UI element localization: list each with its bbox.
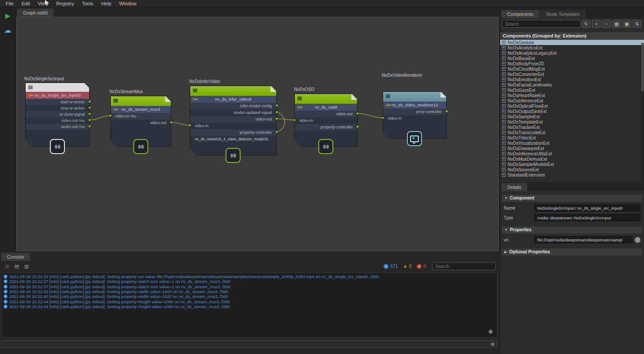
info-icon[interactable]: i bbox=[384, 264, 388, 269]
port-row[interactable]: prop-controller bbox=[383, 109, 446, 115]
node-instance-bar[interactable]: nv_ds_infer_video6 bbox=[190, 96, 276, 103]
expand-icon[interactable]: + bbox=[502, 41, 506, 45]
node-nvdsinfervideo[interactable]: nv_ds_infer_video6 infer-model-config mo… bbox=[190, 86, 277, 155]
clear-console-button[interactable]: ⊘ bbox=[4, 263, 11, 270]
console-log[interactable]: i2021-09-29 10:22:34 [Info] [carb.python… bbox=[1, 272, 497, 338]
expand-icon[interactable]: + bbox=[502, 141, 506, 145]
uri-field[interactable]: file:///opt/nvidia/deepstream/deepstream… bbox=[535, 236, 633, 243]
node-menu-icon[interactable] bbox=[113, 99, 118, 100]
menu-view[interactable]: View bbox=[34, 0, 53, 7]
port-row[interactable]: video-in bbox=[383, 115, 446, 122]
component-list-item[interactable]: +NvDsAnalyticsExt bbox=[500, 45, 644, 50]
port-dot[interactable] bbox=[109, 114, 112, 117]
expand-icon[interactable]: + bbox=[502, 168, 506, 172]
port-dot[interactable] bbox=[188, 124, 192, 127]
component-list-item[interactable]: +NvDsInferenceExt bbox=[500, 98, 644, 103]
port-row[interactable]: audio-out-%u bbox=[26, 124, 89, 130]
component-list-item[interactable]: +NvDsTemplateExt bbox=[500, 119, 644, 124]
component-list-item[interactable]: +NvDsTritonExt bbox=[500, 135, 644, 140]
node-header[interactable] bbox=[383, 92, 446, 102]
refresh-icon[interactable]: ↻ bbox=[582, 20, 591, 28]
port-dot[interactable] bbox=[275, 131, 279, 134]
expand-all-icon[interactable]: + bbox=[592, 20, 601, 28]
port-row[interactable]: infer-model-config bbox=[190, 103, 276, 109]
cloud-sync-button[interactable]: ☁ bbox=[2, 24, 14, 36]
component-list-item[interactable]: +NvDsSampleModelsExt bbox=[500, 162, 644, 167]
component-list-item[interactable]: +NvDsTranscodeExt bbox=[500, 130, 644, 135]
uri-browse-button[interactable] bbox=[635, 237, 640, 243]
node-io-badge[interactable]: ((o)) bbox=[133, 139, 148, 154]
menu-registry[interactable]: Registry bbox=[52, 0, 78, 7]
node-menu-icon[interactable] bbox=[193, 89, 197, 90]
fit-view-icon[interactable]: ▣ bbox=[622, 20, 631, 28]
expand-icon[interactable]: + bbox=[502, 104, 506, 108]
node-instance-bar[interactable]: nv_ds_stream_mux3 bbox=[111, 106, 171, 113]
expand-icon[interactable]: + bbox=[502, 152, 506, 156]
expand-icon[interactable]: + bbox=[502, 99, 506, 103]
expand-icon[interactable]: + bbox=[502, 88, 506, 92]
port-row[interactable]: video-out-%u bbox=[26, 117, 89, 124]
name-field[interactable]: NvDsSingleSrcInput / nv_ds_single_src_in… bbox=[535, 204, 640, 211]
port-row[interactable]: property-controller bbox=[295, 124, 357, 131]
sort-icon[interactable]: ⇅ bbox=[633, 20, 641, 28]
expand-icon[interactable]: + bbox=[502, 173, 506, 177]
collapse-all-icon[interactable]: − bbox=[602, 20, 611, 28]
expand-icon[interactable]: + bbox=[502, 51, 506, 55]
component-list-item[interactable]: +NvDsEmotionExt bbox=[500, 77, 644, 82]
expand-icon[interactable]: + bbox=[502, 78, 506, 82]
port-dot[interactable] bbox=[293, 119, 296, 122]
menu-file[interactable]: File bbox=[2, 0, 18, 7]
component-list-item[interactable]: +NvDsGesture bbox=[500, 40, 644, 45]
expand-icon[interactable]: + bbox=[502, 67, 506, 71]
node-nvdsosd[interactable]: nv_ds_osd9 video-out video-in property-c… bbox=[294, 94, 358, 147]
component-list-item[interactable]: +NvDsConverterExt bbox=[500, 72, 644, 77]
port-row[interactable]: stop-sr-action bbox=[26, 105, 89, 111]
details-tab[interactable]: Details bbox=[501, 183, 527, 191]
expand-icon[interactable]: + bbox=[502, 125, 506, 129]
expand-icon[interactable]: + bbox=[502, 109, 506, 113]
expand-icon[interactable]: + bbox=[502, 131, 506, 135]
group-view-icon[interactable]: ▦ bbox=[612, 20, 621, 28]
subcomponent-row[interactable]: nv_ds_resnet10_4_class_detector_model15 bbox=[190, 136, 276, 143]
component-list-item[interactable]: +NvDsMuxDemuxExt bbox=[500, 156, 644, 162]
port-dot[interactable] bbox=[381, 117, 384, 120]
port-row[interactable]: property-controller bbox=[190, 129, 276, 136]
console-search-input[interactable] bbox=[432, 262, 496, 270]
expand-icon[interactable]: + bbox=[502, 147, 506, 151]
graph-canvas[interactable]: NvDsSingleSrcInput nv_ds_single_src_inpu… bbox=[16, 17, 499, 251]
component-list-item[interactable]: +NvDsSourceExt bbox=[500, 167, 644, 172]
port-dot[interactable] bbox=[356, 125, 359, 128]
port-row[interactable]: sr-done-signal bbox=[26, 111, 89, 117]
component-list-item[interactable]: +NvDsBaseExt bbox=[500, 56, 644, 61]
component-list-item[interactable]: +NvDsInferenceUtilsExt bbox=[500, 151, 644, 156]
port-row[interactable]: start-sr-action bbox=[26, 99, 89, 105]
port-row[interactable]: model-updated-signal bbox=[190, 109, 276, 116]
port-row[interactable]: video-in bbox=[295, 117, 357, 124]
port-row[interactable]: video-in bbox=[190, 123, 276, 129]
port-dot[interactable] bbox=[88, 119, 91, 122]
menu-edit[interactable]: Edit bbox=[18, 0, 34, 7]
node-instance-bar[interactable]: nv_ds_single_src_input0 bbox=[26, 92, 89, 99]
node-menu-icon[interactable] bbox=[386, 94, 390, 95]
expand-icon[interactable]: + bbox=[502, 120, 506, 124]
component-list-item[interactable]: +NvDsHeartRateExt bbox=[500, 93, 644, 98]
warning-icon[interactable]: ▲ bbox=[403, 264, 407, 268]
tab-node-templates[interactable]: Node Templates bbox=[540, 10, 586, 18]
component-list-item[interactable]: +NvDsFacialLandmarks bbox=[500, 82, 644, 87]
graph-tab[interactable]: Graph-edd0 bbox=[17, 8, 54, 17]
console-tab[interactable]: Console bbox=[1, 252, 30, 261]
component-list-item[interactable]: +NvDsOpticalFlowExt bbox=[500, 103, 644, 109]
node-nvdssinglesrcinput[interactable]: nv_ds_single_src_input0 start-sr-action … bbox=[25, 83, 90, 147]
expand-icon[interactable]: + bbox=[502, 94, 506, 98]
port-dot[interactable] bbox=[88, 125, 91, 128]
port-dot[interactable] bbox=[445, 110, 448, 113]
expand-icon[interactable]: + bbox=[502, 46, 506, 50]
expand-icon[interactable]: + bbox=[502, 115, 506, 119]
node-io-badge[interactable]: ((o)) bbox=[226, 148, 241, 163]
menu-tools[interactable]: Tools bbox=[78, 0, 98, 7]
component-list-item[interactable]: +NvDsAnalyticsLegacyExt bbox=[500, 50, 644, 56]
expand-icon[interactable]: + bbox=[502, 162, 506, 166]
node-io-badge[interactable] bbox=[407, 131, 422, 146]
port-dot[interactable] bbox=[356, 112, 359, 115]
expand-icon[interactable]: + bbox=[502, 83, 506, 87]
